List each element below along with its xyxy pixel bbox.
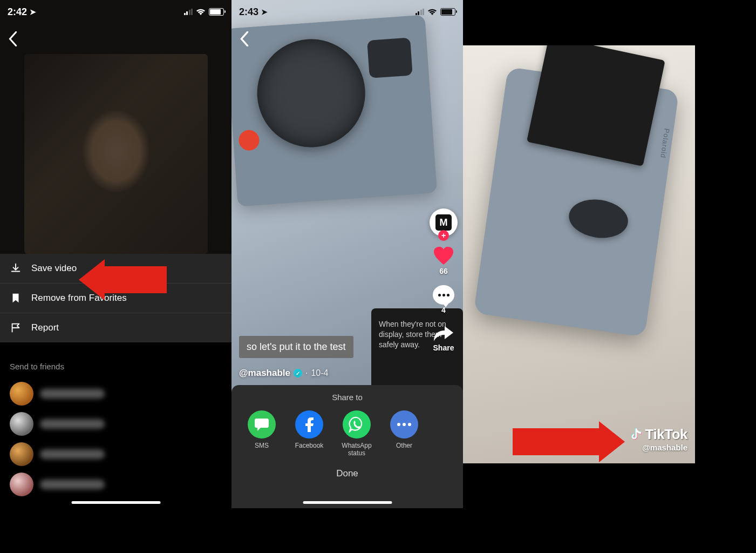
battery-icon xyxy=(440,8,455,16)
annotation-arrow xyxy=(513,421,625,462)
flag-icon xyxy=(10,322,22,334)
more-icon xyxy=(390,410,418,439)
bookmark-icon xyxy=(10,292,22,304)
facebook-icon xyxy=(295,410,323,439)
home-indicator[interactable] xyxy=(303,501,392,504)
cellular-signal-icon xyxy=(416,9,425,15)
friend-name-redacted xyxy=(40,389,105,399)
share-sheet: Share to SMS Facebook WhatsApp status Ot… xyxy=(231,385,463,508)
polaroid-brand: Polaroid xyxy=(659,128,671,159)
panel-share-sheet: When they're not on display, store them … xyxy=(231,0,463,508)
date-separator: · xyxy=(305,368,308,378)
camera-viewfinder xyxy=(367,37,413,78)
post-date: 10-4 xyxy=(311,368,328,378)
like-count: 66 xyxy=(439,267,448,275)
wifi-icon xyxy=(427,9,437,16)
creator-username: @mashable xyxy=(239,368,290,379)
status-bar: 2:43 ➤ xyxy=(231,0,463,24)
comment-icon xyxy=(433,285,454,305)
share-sms[interactable]: SMS xyxy=(244,410,279,457)
annotation-arrow xyxy=(79,259,167,300)
video-preview xyxy=(0,0,231,254)
location-icon: ➤ xyxy=(30,8,36,16)
watermark-username: @mashable xyxy=(642,443,687,452)
friend-item[interactable] xyxy=(10,379,222,409)
share-facebook[interactable]: Facebook xyxy=(292,410,326,457)
friend-item[interactable] xyxy=(10,439,222,469)
cellular-signal-icon xyxy=(184,9,193,15)
status-time: 2:43 xyxy=(239,6,258,18)
home-indicator[interactable] xyxy=(71,501,160,504)
friend-item[interactable] xyxy=(10,409,222,439)
camera-body xyxy=(231,15,437,206)
friend-item[interactable] xyxy=(10,469,222,500)
share-label: Share xyxy=(433,343,454,352)
status-bar: 2:42 ➤ xyxy=(0,0,231,24)
back-button[interactable] xyxy=(239,31,250,46)
friend-avatar xyxy=(10,442,33,466)
emerging-film xyxy=(527,45,665,166)
share-sms-label: SMS xyxy=(255,442,269,449)
friend-name-redacted xyxy=(40,449,105,459)
tiktok-logo-icon xyxy=(630,428,642,442)
friend-avatar xyxy=(10,412,33,436)
share-sheet-title: Share to xyxy=(231,393,463,402)
share-facebook-label: Facebook xyxy=(295,442,324,449)
comment-button[interactable]: 4 xyxy=(433,285,454,314)
panel-saved-video: Polaroid TikTok @mashable xyxy=(463,0,695,508)
location-icon: ➤ xyxy=(261,8,268,16)
send-to-friends-title: Send to friends xyxy=(10,362,222,371)
follow-button[interactable]: + xyxy=(438,230,449,241)
share-other[interactable]: Other xyxy=(387,410,421,457)
friend-avatar xyxy=(10,382,33,406)
polaroid-printer: Polaroid xyxy=(474,67,679,337)
back-button[interactable] xyxy=(8,31,18,46)
camera-shutter xyxy=(238,129,260,151)
action-rail: M + 66 4 Share xyxy=(428,208,459,352)
download-icon xyxy=(10,262,22,274)
avatar-letter: M xyxy=(435,214,452,231)
friend-avatar xyxy=(10,473,33,496)
tiktok-watermark: TikTok @mashable xyxy=(630,426,687,452)
video-frame: Polaroid xyxy=(463,45,695,463)
whatsapp-icon xyxy=(343,410,371,439)
share-whatsapp-label: WhatsApp status xyxy=(339,442,374,457)
sms-icon xyxy=(248,410,276,439)
share-whatsapp[interactable]: WhatsApp status xyxy=(339,410,374,457)
report-item[interactable]: Report xyxy=(0,313,231,342)
tiktok-logo-text: TikTok xyxy=(645,426,687,443)
creator-line[interactable]: @mashable ✓ · 10-4 xyxy=(239,368,329,379)
status-time: 2:42 xyxy=(8,6,27,18)
share-other-label: Other xyxy=(396,442,412,449)
save-video-label: Save video xyxy=(31,263,77,274)
printer-slot xyxy=(567,196,631,242)
creator-avatar[interactable]: M + xyxy=(430,208,458,237)
like-button[interactable]: 66 xyxy=(433,246,454,275)
share-button[interactable]: Share xyxy=(433,324,454,352)
camera-lens xyxy=(254,36,369,151)
verified-icon: ✓ xyxy=(294,369,302,377)
video-caption: so let's put it to the test xyxy=(239,336,353,358)
done-button[interactable]: Done xyxy=(231,461,463,487)
report-label: Report xyxy=(31,322,59,333)
share-icon xyxy=(433,324,454,342)
friend-name-redacted xyxy=(40,419,105,429)
battery-icon xyxy=(209,8,224,16)
panel-favorites-menu: 2:42 ➤ Save video Remove from Favorites … xyxy=(0,0,231,508)
friend-name-redacted xyxy=(40,480,105,489)
send-to-friends-section: Send to friends xyxy=(0,354,231,500)
wifi-icon xyxy=(196,9,206,16)
heart-icon xyxy=(433,246,454,266)
